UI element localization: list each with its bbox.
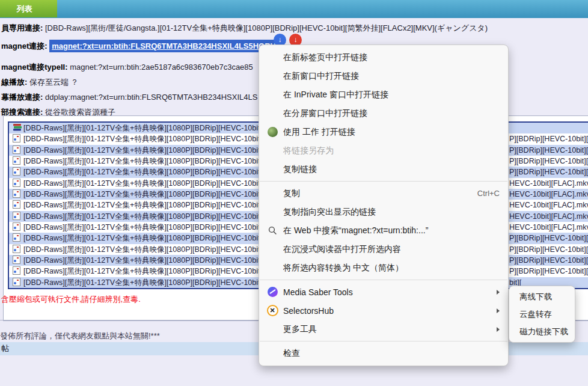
magnet-link-label: magnet連接: <box>1 41 47 51</box>
torrent-title: [DBD-Raws][黑街/匪徒/Gangsta.][01-12TV全集+特典映… <box>45 23 488 32</box>
ddplay-label: 幕播放連接: <box>1 93 43 102</box>
media-file-icon <box>13 222 22 230</box>
ddplay-link[interactable]: ddplay:magnet:?xt=urn:btih:FLSRQ6TMTA3HB… <box>45 93 257 102</box>
comment-disclaimer: 發佈所有評論，僅代表網友觀點與本站無關!*** <box>0 331 160 342</box>
media-file-icon <box>13 245 22 253</box>
search-icon <box>268 226 277 235</box>
submenu-item-offline-download[interactable]: 离线下载 <box>509 288 575 305</box>
submenu-item-magnet-download[interactable]: 磁力链接下载 <box>509 323 575 340</box>
media-file-icon <box>13 179 22 186</box>
virus-warning-text: 含壓縮包或可執行文件,請仔細辨別,查毒. <box>1 294 141 305</box>
menu-separator <box>260 181 507 182</box>
folder-book-icon <box>13 123 22 131</box>
submenu-arrow-icon <box>497 308 500 313</box>
menu-item-open-new-window[interactable]: 在新窗口中打开链接 <box>259 67 508 85</box>
copy-shortcut: Ctrl+C <box>477 189 500 198</box>
menu-separator <box>260 280 507 280</box>
menu-item-open-splitscreen[interactable]: 在分屏窗口中打开链接 <box>259 104 508 123</box>
menu-item-open-new-tab[interactable]: 在新标签页中打开链接 <box>259 48 508 67</box>
menu-item-media-saber-tools[interactable]: Media Saber Tools <box>259 283 508 301</box>
member-link-line: 員専用連接: [DBD-Raws][黑街/匪徒/Gangsta.][01-12T… <box>1 23 488 34</box>
media-file-icon <box>13 256 22 263</box>
menu-item-inspect[interactable]: 检查 <box>259 344 508 363</box>
menu-separator <box>260 341 507 342</box>
menu-item-selectorshub[interactable]: ✕ SelectorsHub <box>259 301 508 320</box>
magnet-link-line: magnet連接: magnet:?xt=urn:btih:FLSRQ6TMTA… <box>1 40 284 52</box>
menu-item-search-web[interactable]: 在 Web 中搜索“magnet:?xt=urn:btih:...” <box>259 221 508 240</box>
media-file-icon <box>13 200 22 208</box>
save-to-cloud-link[interactable]: 保存至云端 ？ <box>29 78 79 87</box>
magnet-typeii-label: magnet連接typeII: <box>1 63 68 72</box>
magnet-typeii-line: magnet連接typeII: magnet:?xt=urn:btih:2ae5… <box>1 62 253 73</box>
media-saber-icon <box>268 287 278 297</box>
media-file-icon <box>13 167 22 175</box>
menu-item-open-inprivate[interactable]: 在 InPrivate 窗口中打开链接 <box>259 85 508 104</box>
media-file-icon <box>13 134 22 142</box>
menu-item-copy-link[interactable]: 复制链接 <box>259 160 508 179</box>
top-tab-bar: 列表 <box>0 0 588 18</box>
selectorshub-icon: ✕ <box>267 305 278 316</box>
media-file-icon <box>13 233 22 241</box>
online-play-line: 線播放: 保存至云端 ？ <box>1 77 79 88</box>
menu-item-translate-selection[interactable]: 将所选内容转换为 中文（简体） <box>259 259 508 277</box>
media-file-icon <box>13 189 22 197</box>
menu-item-open-as-work-profile[interactable]: 使用 工作 打开链接 <box>259 123 508 141</box>
menu-item-more-tools[interactable]: 更多工具 <box>259 320 508 339</box>
submenu-arrow-icon <box>497 290 500 295</box>
media-file-icon <box>13 212 22 219</box>
menu-item-save-link-as: 将链接另存为 <box>259 141 508 160</box>
media-file-icon <box>13 278 22 286</box>
context-menu: 在新标签页中打开链接 在新窗口中打开链接 在 InPrivate 窗口中打开链接… <box>259 44 509 366</box>
menu-item-copy-highlight-link[interactable]: 复制指向突出显示的链接 <box>259 203 508 221</box>
member-link-label: 員専用連接: <box>1 23 43 32</box>
menu-item-copy[interactable]: 复制 Ctrl+C <box>259 184 508 203</box>
work-profile-avatar-icon <box>268 127 278 137</box>
media-file-icon <box>13 266 22 274</box>
magnet-link-selected[interactable]: magnet:?xt=urn:btih:FLSRQ6TMTA3HB234HSXI… <box>49 40 284 52</box>
media-file-icon <box>13 156 22 164</box>
ddplay-line: 幕播放連接: ddplay:magnet:?xt=urn:btih:FLSRQ6… <box>1 92 257 103</box>
menu-item-immersive-reader[interactable]: 在沉浸式阅读器中打开所选内容 <box>259 240 508 259</box>
submenu-arrow-icon <box>497 327 500 332</box>
magnet-typeii-value[interactable]: magnet:?xt=urn:btih:2ae5187a6c983670eb7c… <box>70 63 253 72</box>
media-file-icon <box>13 146 22 153</box>
submenu-item-cloud-save[interactable]: 云盘转存 <box>509 305 575 323</box>
online-play-label: 線播放: <box>1 78 27 87</box>
media-saber-submenu: 离线下载 云盘转存 磁力链接下载 <box>509 286 575 343</box>
tab-list[interactable]: 列表 <box>0 0 57 17</box>
